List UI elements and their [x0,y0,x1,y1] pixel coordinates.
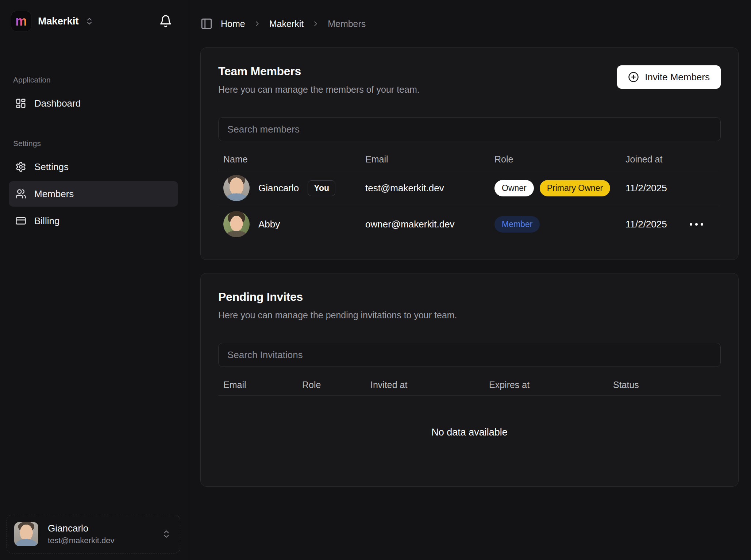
sidebar-item-label: Members [34,188,74,200]
column-header-status: Status [608,380,721,390]
role-badge-primary-owner: Primary Owner [540,180,610,196]
column-header-expires-at: Expires at [484,380,608,390]
search-invitations-input[interactable] [218,343,721,367]
breadcrumb: Home Makerkit Members [200,0,739,47]
row-actions-button[interactable] [687,220,706,229]
you-badge: You [308,180,335,196]
sidebar-item-dashboard[interactable]: Dashboard [9,91,178,116]
user-avatar [14,522,38,546]
app-name: Makerkit [38,15,78,27]
chevron-right-icon [253,20,261,28]
pending-invites-card: Pending Invites Here you can manage the … [200,273,739,487]
sidebar-toggle-button[interactable] [200,18,213,30]
chevrons-up-down-icon [162,529,171,539]
team-members-title: Team Members [218,64,420,78]
breadcrumb-item-members: Members [328,19,366,29]
chevron-right-icon [312,20,320,28]
column-header-role: Role [297,380,365,390]
main-content: Home Makerkit Members Team Members Here … [187,0,751,560]
user-menu-trigger[interactable]: Giancarlo test@makerkit.dev [7,515,180,553]
role-badge-member: Member [494,216,540,233]
table-row: Abby owner@makerkit.dev Member 11/2/2025 [218,206,721,242]
nav-section-application: Application Dashboard [9,75,178,116]
credit-card-icon [15,215,26,226]
member-email: owner@makerkit.dev [360,219,489,230]
sidebar-header: m Makerkit [0,0,187,31]
role-badge-owner: Owner [494,180,534,196]
invites-table-header: Email Role Invited at Expires at Status [218,374,721,396]
column-header-email: Email [360,154,489,165]
bell-icon [159,15,172,28]
breadcrumb-item-makerkit[interactable]: Makerkit [269,19,304,29]
breadcrumb-item-home[interactable]: Home [221,19,245,29]
chevrons-up-down-icon [85,17,94,26]
members-table-header: Name Email Role Joined at [218,149,721,170]
app-screen: m Makerkit Application [0,0,751,560]
member-name: Abby [258,219,280,230]
user-email: test@makerkit.dev [48,536,115,545]
circle-plus-icon [628,72,639,83]
avatar [223,175,250,201]
logo-letter: m [15,15,27,28]
sidebar-nav: Application Dashboard Settings [0,75,187,234]
gear-icon [15,161,26,172]
sidebar-item-settings[interactable]: Settings [9,154,178,180]
sidebar-item-label: Billing [34,215,59,227]
user-name: Giancarlo [48,523,115,534]
makerkit-logo: m [11,11,31,31]
column-header-invited-at: Invited at [365,380,484,390]
member-name: Giancarlo [258,183,299,194]
nav-section-label: Settings [9,139,178,148]
nav-section-settings: Settings Settings Members [9,139,178,234]
team-members-subtitle: Here you can manage the members of your … [218,84,420,95]
sidebar-item-members[interactable]: Members [9,181,178,207]
users-icon [15,188,26,199]
team-switcher[interactable]: m Makerkit [11,11,94,31]
sidebar-footer: Giancarlo test@makerkit.dev [0,508,187,560]
invite-members-label: Invite Members [645,72,710,83]
column-header-role: Role [489,154,620,165]
sidebar-item-billing[interactable]: Billing [9,208,178,234]
ellipsis-icon [690,223,692,226]
pending-invites-title: Pending Invites [218,289,457,304]
notifications-button[interactable] [158,13,174,29]
joined-at-date: 11/2/2025 [625,219,667,230]
empty-state: No data available [218,396,721,469]
column-header-name: Name [218,154,360,165]
joined-at-date: 11/2/2025 [625,183,667,194]
invite-members-button[interactable]: Invite Members [617,65,721,89]
dashboard-icon [15,98,26,109]
column-header-email: Email [218,380,297,390]
avatar [223,211,250,237]
sidebar: m Makerkit Application [0,0,187,560]
panel-left-icon [200,18,213,30]
nav-section-label: Application [9,75,178,85]
search-members-input[interactable] [218,117,721,141]
sidebar-item-label: Settings [34,161,69,173]
column-header-joined-at: Joined at [620,154,721,165]
member-email: test@makerkit.dev [360,183,489,194]
table-row: Giancarlo You test@makerkit.dev Owner Pr… [218,170,721,206]
pending-invites-subtitle: Here you can manage the pending invitati… [218,309,457,321]
sidebar-item-label: Dashboard [34,98,81,109]
team-members-card: Team Members Here you can manage the mem… [200,47,739,260]
